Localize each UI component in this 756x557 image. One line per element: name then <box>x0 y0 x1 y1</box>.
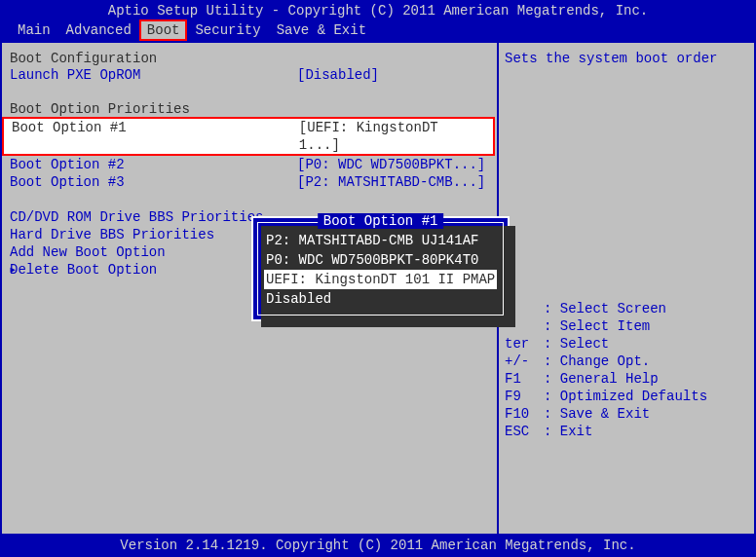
pointer-icon: ▸ <box>9 261 17 278</box>
menu-tabs: Main Advanced Boot Security Save & Exit <box>0 19 756 43</box>
utility-title: Aptio Setup Utility - Copyright (C) 2011… <box>0 3 756 19</box>
boot-config-header: Boot Configuration <box>10 51 489 66</box>
legend-enter: ter: Select <box>505 335 748 353</box>
legend-save-exit: F10: Save & Exit <box>505 405 748 423</box>
popup-item-disabled[interactable]: Disabled <box>264 289 497 309</box>
legend-optimized-defaults: F9: Optimized Defaults <box>505 388 748 405</box>
boot-priorities-header: Boot Option Priorities <box>10 101 489 117</box>
launch-pxe-option[interactable]: Launch PXE OpROM [Disabled] <box>10 66 489 84</box>
boot1-label: Boot Option #1 <box>12 119 299 154</box>
tab-main[interactable]: Main <box>10 21 58 39</box>
boot3-value: [P2: MATSHITABD-CMB...] <box>297 173 485 191</box>
boot-option-popup: Boot Option #1 P2: MATSHITABD-CMB UJ141A… <box>251 216 510 321</box>
popup-item-uefi-kingston[interactable]: UEFI: KingstonDT 101 II PMAP <box>264 270 497 289</box>
key-legend: : Select Screen : Select Item ter: Selec… <box>505 300 748 440</box>
tab-advanced[interactable]: Advanced <box>58 21 139 39</box>
boot-option-3[interactable]: Boot Option #3 [P2: MATSHITABD-CMB...] <box>10 173 489 191</box>
boot1-value: [UEFI: KingstonDT 1...] <box>299 119 487 154</box>
tab-security[interactable]: Security <box>187 21 268 39</box>
boot2-label: Boot Option #2 <box>10 156 297 173</box>
help-panel: Sets the system boot order : Select Scre… <box>497 43 754 534</box>
popup-item-matshita[interactable]: P2: MATSHITABD-CMB UJ141AF <box>264 231 497 250</box>
boot-option-2[interactable]: Boot Option #2 [P0: WDC WD7500BPKT...] <box>10 156 489 173</box>
legend-select-screen: : Select Screen <box>505 300 748 317</box>
footer-bar: Version 2.14.1219. Copyright (C) 2011 Am… <box>0 534 756 557</box>
help-description: Sets the system boot order <box>505 51 748 66</box>
pxe-value: [Disabled] <box>297 66 379 84</box>
popup-title: Boot Option #1 <box>318 213 444 229</box>
legend-select-item: : Select Item <box>505 317 748 335</box>
tab-boot[interactable]: Boot <box>139 19 188 41</box>
tab-save-exit[interactable]: Save & Exit <box>269 21 374 39</box>
legend-general-help: F1: General Help <box>505 370 748 388</box>
legend-escape: ESC: Exit <box>505 423 748 440</box>
legend-change-opt: +/-: Change Opt. <box>505 353 748 370</box>
boot2-value: [P0: WDC WD7500BPKT...] <box>297 156 485 173</box>
pxe-label: Launch PXE OpROM <box>10 66 297 84</box>
boot3-label: Boot Option #3 <box>10 173 297 191</box>
boot-option-1[interactable]: Boot Option #1 [UEFI: KingstonDT 1...] <box>2 117 495 156</box>
version-text: Version 2.14.1219. Copyright (C) 2011 Am… <box>0 538 756 553</box>
popup-item-wdc[interactable]: P0: WDC WD7500BPKT-80PK4T0 <box>264 250 497 270</box>
header-bar: Aptio Setup Utility - Copyright (C) 2011… <box>0 0 756 19</box>
